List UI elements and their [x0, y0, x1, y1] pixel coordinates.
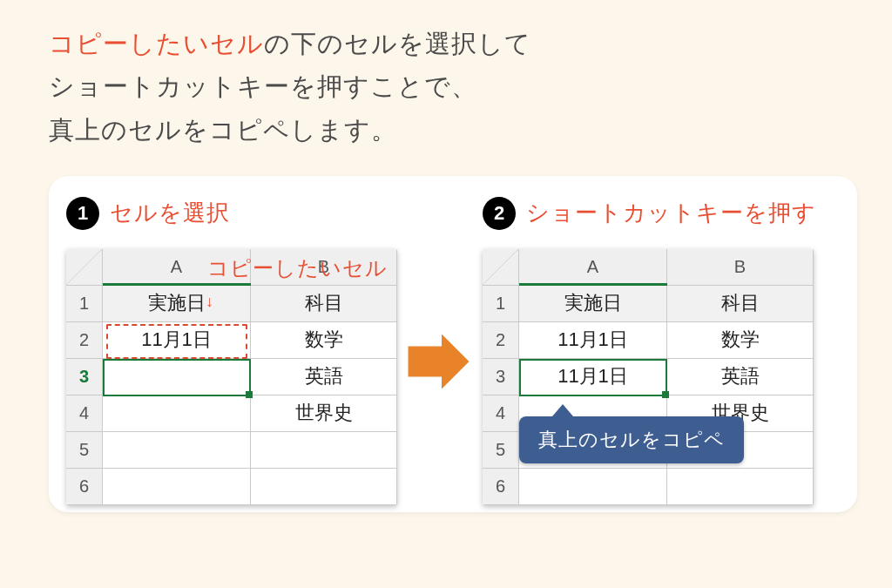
step1-label: セルを選択: [110, 198, 230, 228]
cell-A6[interactable]: [103, 469, 251, 505]
col-header-A[interactable]: A: [519, 249, 667, 286]
cell-B3[interactable]: 英語: [667, 359, 814, 395]
cell-A2[interactable]: 11月1日: [103, 322, 251, 359]
row-header[interactable]: 3: [483, 359, 519, 395]
spreadsheet-right: A B 1 実施日 科目 2 11月1日 数学 3 11月1日 英語 4 世界史…: [483, 249, 814, 505]
cell-B3[interactable]: 英語: [251, 359, 397, 395]
step2-label: ショートカットキーを押す: [526, 198, 816, 228]
cell-B2[interactable]: 数学: [667, 322, 814, 359]
page-root: コピーしたいセルの下のセルを選択して ショートカットキーを押すことで、 真上のセ…: [0, 0, 892, 588]
instruction-line3: 真上のセルをコピペします。: [49, 116, 397, 144]
col-header-B[interactable]: B: [667, 249, 814, 286]
step2-number-badge: 2: [483, 197, 516, 230]
row-header[interactable]: 1: [66, 286, 103, 322]
instruction-text: コピーしたいセルの下のセルを選択して ショートカットキーを押すことで、 真上のセ…: [49, 23, 857, 152]
cell-A2[interactable]: 11月1日: [519, 322, 667, 359]
row-header[interactable]: 6: [483, 469, 519, 505]
row-header[interactable]: 3: [66, 359, 103, 395]
row-header[interactable]: 2: [66, 322, 103, 359]
step2-header: 2 ショートカットキーを押す: [483, 197, 840, 230]
instruction-highlight: コピーしたいセル: [49, 30, 264, 57]
down-arrow-icon: ↓: [206, 293, 213, 311]
row-header[interactable]: 1: [483, 286, 519, 322]
annotation-copy-cell-label: コピーしたいセル: [207, 254, 388, 282]
corner-cell[interactable]: [483, 249, 519, 286]
cell-A3[interactable]: [103, 359, 251, 395]
cell-B6[interactable]: [667, 469, 814, 505]
cell-B1[interactable]: 科目: [667, 286, 814, 322]
row-header[interactable]: 2: [483, 322, 519, 359]
tooltip-result: 真上のセルをコピペ: [519, 416, 744, 463]
row-header[interactable]: 5: [66, 432, 103, 469]
cell-A1[interactable]: 実施日: [103, 286, 251, 322]
svg-marker-0: [409, 334, 470, 389]
row-header[interactable]: 6: [66, 469, 103, 505]
arrow-right-icon: [406, 331, 471, 392]
step2-column: 2 ショートカットキーを押す A B 1 実施日 科目 2 11月1日 数学 3…: [483, 197, 840, 505]
example-panel: 1 セルを選択 A B 1 実施日 科目 2 11月1日 数学: [49, 176, 857, 512]
row-header[interactable]: 5: [483, 432, 519, 469]
corner-cell[interactable]: [66, 249, 103, 286]
step1-header: 1 セルを選択: [66, 197, 413, 230]
cell-A1[interactable]: 実施日: [519, 286, 667, 322]
step1-number-badge: 1: [66, 197, 99, 230]
instruction-line2: ショートカットキーを押すことで、: [49, 72, 477, 100]
step1-column: 1 セルを選択 A B 1 実施日 科目 2 11月1日 数学: [66, 197, 413, 505]
cell-B6[interactable]: [251, 469, 397, 505]
cell-B1[interactable]: 科目: [251, 286, 397, 322]
cell-B5[interactable]: [251, 432, 397, 469]
cell-A5[interactable]: [103, 432, 251, 469]
cell-A6[interactable]: [519, 469, 667, 505]
instruction-line1-rest: の下のセルを選択して: [264, 30, 531, 57]
cell-B2[interactable]: 数学: [251, 322, 397, 359]
row-header[interactable]: 4: [66, 395, 103, 432]
cell-B4[interactable]: 世界史: [251, 395, 397, 432]
cell-A4[interactable]: [103, 395, 251, 432]
row-header[interactable]: 4: [483, 395, 519, 432]
cell-A3[interactable]: 11月1日: [519, 359, 667, 395]
spreadsheet-left: A B 1 実施日 科目 2 11月1日 数学 3 英語 4: [66, 249, 397, 505]
